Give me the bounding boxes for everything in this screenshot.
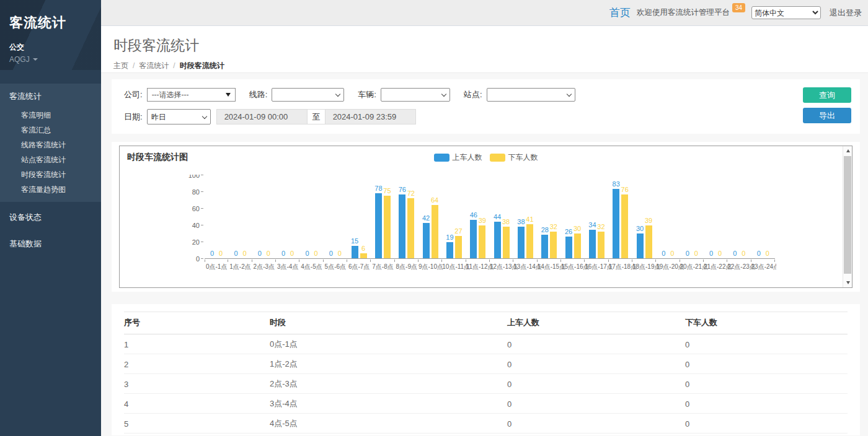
user-menu[interactable]: AQGJ bbox=[9, 55, 92, 64]
bar bbox=[550, 232, 557, 258]
bar bbox=[479, 225, 485, 258]
bar bbox=[407, 198, 414, 258]
table-row: 65点-6点00 bbox=[124, 434, 848, 436]
sidebar-subitem[interactable]: 线路客流统计 bbox=[0, 137, 101, 152]
bar-wrap: 0 bbox=[256, 175, 263, 258]
breadcrumb-item[interactable]: 客流统计 bbox=[139, 61, 169, 71]
company-select-value: ---请选择--- bbox=[152, 90, 189, 100]
bar-value-label: 0 bbox=[258, 250, 262, 257]
search-button[interactable]: 查询 bbox=[803, 87, 851, 103]
sidebar-subitem[interactable]: 时段客流统计 bbox=[0, 167, 101, 182]
x-axis-tick bbox=[395, 259, 418, 262]
x-axis-label: 22点-23点 bbox=[727, 263, 751, 271]
bar-group: 00 bbox=[680, 175, 704, 258]
table-cell: 0 bbox=[507, 414, 685, 434]
bar-wrap: 0 bbox=[764, 175, 771, 258]
y-axis-tick-mark bbox=[201, 225, 203, 225]
bar-group: 1927 bbox=[442, 175, 466, 258]
x-axis-label: 20点-21点 bbox=[680, 263, 704, 271]
x-axis-label: 11点-12点 bbox=[466, 263, 490, 271]
scrollbar-down-button[interactable] bbox=[843, 278, 852, 287]
sidebar-subitem[interactable]: 站点客流统计 bbox=[0, 152, 101, 167]
bar-wrap: 32 bbox=[598, 175, 604, 258]
sidebar-header: 客流统计 公交 AQGJ bbox=[0, 0, 101, 70]
bar-value-label: 19 bbox=[446, 233, 453, 241]
date-to-input[interactable] bbox=[325, 109, 416, 124]
date-preset-select[interactable]: 昨日 bbox=[147, 109, 211, 124]
bar-value-label: 64 bbox=[431, 196, 438, 204]
chevron-down-icon bbox=[33, 58, 38, 61]
table-header-cell: 序号 bbox=[124, 312, 270, 334]
station-select[interactable] bbox=[487, 88, 575, 102]
bar-value-label: 0 bbox=[210, 250, 214, 257]
bar-group: 00 bbox=[205, 175, 228, 258]
export-button[interactable]: 导出 bbox=[803, 108, 851, 123]
sidebar-subitem[interactable]: 客流汇总 bbox=[0, 123, 101, 137]
date-from-input[interactable] bbox=[216, 109, 308, 124]
legend-label: 上车人数 bbox=[453, 152, 482, 163]
bar-value-label: 0 bbox=[662, 250, 665, 257]
dropdown-arrow-icon bbox=[226, 93, 231, 97]
station-select-wrap bbox=[487, 88, 575, 102]
line-select[interactable] bbox=[272, 88, 344, 102]
bar-wrap: 0 bbox=[209, 175, 216, 258]
home-link[interactable]: 首页 bbox=[609, 6, 631, 20]
language-select[interactable]: 简体中文 bbox=[751, 6, 821, 19]
bar bbox=[637, 233, 644, 259]
bar-wrap: 75 bbox=[384, 175, 391, 258]
table-cell: 0点-1点 bbox=[270, 334, 507, 354]
vehicle-select[interactable] bbox=[381, 88, 450, 102]
company-select[interactable]: ---请选择--- bbox=[147, 88, 236, 102]
y-axis-tick-mark bbox=[201, 191, 203, 192]
sidebar-item[interactable]: 基础数据 bbox=[0, 233, 101, 255]
main-area: 首页 欢迎使用客流统计管理平台 34 简体中文 退出登录 时段客流统计 主页/客… bbox=[101, 0, 868, 436]
bar-value-label: 0 bbox=[281, 250, 285, 257]
notification-badge[interactable]: 34 bbox=[732, 3, 745, 12]
welcome-text: 欢迎使用客流统计管理平台 bbox=[637, 7, 730, 18]
bar-wrap: 0 bbox=[232, 175, 239, 258]
legend-swatch bbox=[434, 154, 450, 162]
logout-link[interactable]: 退出登录 bbox=[830, 7, 862, 19]
bar bbox=[589, 230, 596, 258]
bar-value-label: 38 bbox=[502, 218, 510, 225]
bar-wrap: 42 bbox=[423, 175, 430, 258]
bar bbox=[352, 246, 358, 258]
table-cell: 2 bbox=[124, 354, 270, 374]
bar-wrap: 39 bbox=[479, 175, 485, 258]
bar bbox=[384, 196, 391, 258]
bar-wrap: 28 bbox=[541, 175, 548, 258]
table-cell: 0 bbox=[685, 394, 848, 414]
line-label: 线路: bbox=[249, 89, 268, 100]
scrollbar-up-button[interactable] bbox=[843, 146, 852, 155]
chart-scrollbar[interactable] bbox=[843, 146, 852, 287]
breadcrumb-item[interactable]: 主页 bbox=[113, 61, 128, 71]
x-axis-labels: 0点-1点1点-2点2点-3点3点-4点4点-5点5点-6点6点-7点7点-8点… bbox=[205, 263, 775, 271]
bar bbox=[565, 237, 572, 258]
table-cell: 3 bbox=[124, 374, 270, 394]
sidebar-item[interactable]: 设备状态 bbox=[0, 206, 101, 229]
bar-wrap: 32 bbox=[550, 175, 557, 258]
bar-wrap: 39 bbox=[645, 175, 652, 258]
bar-group: 156 bbox=[347, 175, 371, 258]
table-cell: 5 bbox=[124, 414, 270, 434]
sidebar-subitem[interactable]: 客流量趋势图 bbox=[0, 182, 101, 197]
bar-wrap: 34 bbox=[589, 175, 596, 258]
bar bbox=[432, 205, 438, 258]
bar-wrap: 0 bbox=[280, 175, 287, 258]
sidebar-subitem[interactable]: 客流明细 bbox=[0, 108, 101, 123]
x-axis-tick bbox=[418, 259, 442, 262]
breadcrumb-separator: / bbox=[133, 61, 135, 70]
sidebar: 客流统计 公交 AQGJ 客流统计 客流明细客流汇总线路客流统计站点客流统计时段… bbox=[0, 0, 101, 436]
bar-value-label: 0 bbox=[290, 250, 294, 257]
scrollbar-thumb[interactable] bbox=[844, 156, 851, 274]
table-cell: 0 bbox=[507, 434, 685, 436]
bar bbox=[446, 242, 453, 258]
bar-wrap: 41 bbox=[526, 175, 533, 258]
legend-item[interactable]: 下车人数 bbox=[490, 152, 538, 163]
bar-value-label: 39 bbox=[479, 217, 486, 224]
bar bbox=[423, 223, 430, 258]
sidebar-item-passenger-stats[interactable]: 客流统计 bbox=[0, 86, 101, 108]
chart-container: 时段车流统计图 上车人数下车人数 020406080100 0000000000… bbox=[119, 146, 852, 288]
legend-item[interactable]: 上车人数 bbox=[434, 152, 482, 163]
x-axis-tick bbox=[561, 259, 585, 262]
